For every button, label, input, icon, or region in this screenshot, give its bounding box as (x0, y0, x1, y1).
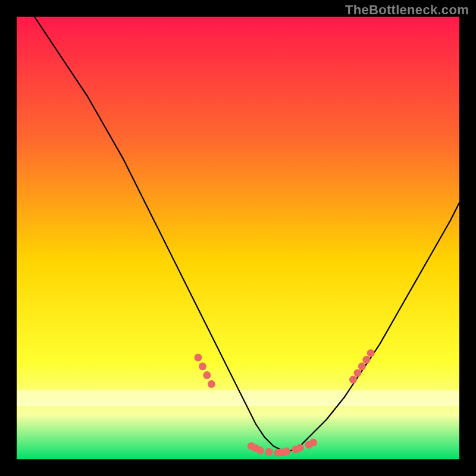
curve-marker (265, 448, 273, 456)
curve-marker (195, 353, 202, 361)
curve-marker (309, 439, 317, 446)
highlight-band (17, 390, 459, 406)
chart-svg (17, 17, 459, 459)
curve-marker (208, 380, 215, 388)
curve-marker (199, 362, 206, 370)
curve-marker (367, 349, 375, 357)
watermark-text: TheBottleneck.com (345, 2, 469, 18)
curve-marker (362, 356, 370, 364)
curve-marker (349, 376, 357, 384)
curve-marker (203, 371, 211, 379)
chart-frame: TheBottleneck.com (0, 0, 476, 476)
curve-marker (296, 444, 304, 452)
curve-marker (283, 447, 290, 455)
curve-marker (256, 447, 264, 455)
curve-marker (358, 362, 366, 370)
curve-marker (353, 369, 361, 377)
plot-area (17, 17, 459, 459)
